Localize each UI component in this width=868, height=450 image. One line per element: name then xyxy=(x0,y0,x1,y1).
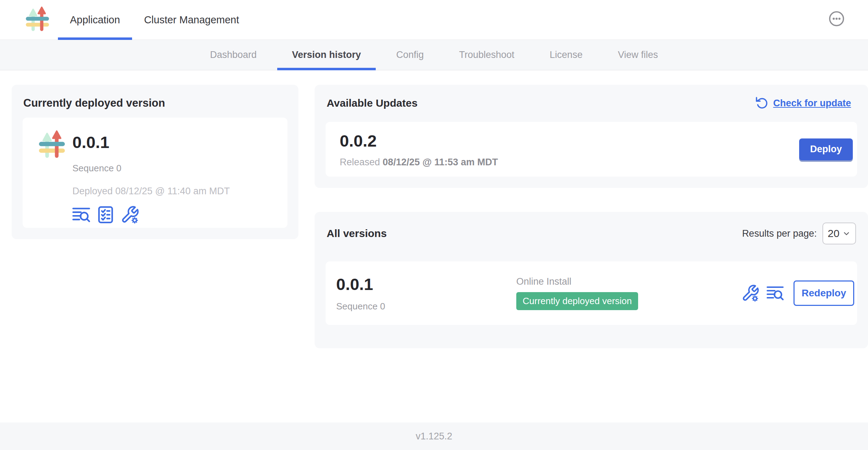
update-version-number: 0.0.2 xyxy=(340,131,498,150)
chevron-down-icon xyxy=(842,229,851,238)
available-update-row: 0.0.2 Released 08/12/25 @ 11:53 am MDT D… xyxy=(326,122,857,177)
top-tab-application[interactable]: Application xyxy=(58,0,132,40)
top-tab-cluster-management[interactable]: Cluster Management xyxy=(132,0,251,40)
deployed-sequence-label: Sequence 0 xyxy=(72,163,121,174)
tab-view-files[interactable]: View files xyxy=(600,40,676,70)
released-timestamp: 08/12/25 @ 11:53 am MDT xyxy=(383,157,498,167)
currently-deployed-badge: Currently deployed version xyxy=(516,292,638,310)
update-released-label: Released 08/12/25 @ 11:53 am MDT xyxy=(340,157,498,168)
refresh-ccw-icon xyxy=(755,96,769,110)
deployed-date-label: Deployed 08/12/25 @ 11:40 am MDT xyxy=(72,186,230,197)
available-updates-title: Available Updates xyxy=(327,97,417,109)
top-tab-cluster-management-label: Cluster Management xyxy=(144,14,239,26)
top-nav-tabs: Application Cluster Management xyxy=(58,0,251,40)
config-wrench-icon[interactable] xyxy=(741,284,760,302)
deployed-version-number: 0.0.1 xyxy=(72,132,109,152)
currently-deployed-version-panel: 0.0.1 Sequence 0 Deployed 08/12/25 @ 11:… xyxy=(23,118,287,228)
app-logo-icon xyxy=(23,4,52,35)
deploy-button[interactable]: Deploy xyxy=(799,138,853,160)
tab-dashboard[interactable]: Dashboard xyxy=(192,40,274,70)
config-wrench-icon[interactable] xyxy=(120,205,139,224)
tab-config-label: Config xyxy=(396,49,424,60)
version-row-status: Online Install Currently deployed versio… xyxy=(516,276,638,310)
row-version-number: 0.0.1 xyxy=(336,274,516,294)
preflight-checks-icon[interactable] xyxy=(96,205,115,224)
available-updates-header: Available Updates Check for update xyxy=(315,85,868,110)
tab-dashboard-label: Dashboard xyxy=(210,49,257,60)
results-per-page-label: Results per page: xyxy=(742,228,817,239)
tab-view-files-label: View files xyxy=(618,49,658,60)
check-for-update-label: Check for update xyxy=(773,98,851,109)
results-per-page-value: 20 xyxy=(828,227,839,239)
check-for-update-link[interactable]: Check for update xyxy=(755,96,851,110)
all-versions-card: All versions Results per page: 20 0.0.1 … xyxy=(315,212,868,348)
console-version-label: v1.125.2 xyxy=(416,431,452,442)
update-info: 0.0.2 Released 08/12/25 @ 11:53 am MDT xyxy=(340,131,498,168)
release-diff-icon[interactable] xyxy=(766,284,784,302)
app-sub-nav: Dashboard Version history Config Trouble… xyxy=(0,40,868,70)
tab-version-history[interactable]: Version history xyxy=(274,40,379,70)
results-per-page: Results per page: 20 xyxy=(742,223,856,244)
released-prefix: Released xyxy=(340,157,380,167)
tab-license-label: License xyxy=(550,49,583,60)
top-nav-bar: Application Cluster Management xyxy=(0,0,868,40)
tab-troubleshoot[interactable]: Troubleshoot xyxy=(441,40,532,70)
results-per-page-select[interactable]: 20 xyxy=(822,223,856,244)
app-logo-icon xyxy=(35,128,69,163)
version-row: 0.0.1 Sequence 0 Online Install Currentl… xyxy=(326,261,857,325)
deployed-version-actions xyxy=(72,205,139,224)
version-row-info: 0.0.1 Sequence 0 xyxy=(336,274,516,312)
redeploy-button[interactable]: Redeploy xyxy=(793,280,854,306)
all-versions-title: All versions xyxy=(327,227,387,239)
footer: v1.125.2 xyxy=(0,422,868,450)
tab-version-history-label: Version history xyxy=(292,49,361,60)
tab-license[interactable]: License xyxy=(532,40,600,70)
release-diff-icon[interactable] xyxy=(72,205,91,224)
currently-deployed-card: Currently deployed version 0.0.1 Sequenc… xyxy=(12,85,298,239)
row-sequence-label: Sequence 0 xyxy=(336,301,516,312)
version-row-actions: Redeploy xyxy=(741,280,854,306)
tab-troubleshoot-label: Troubleshoot xyxy=(459,49,515,60)
tab-config[interactable]: Config xyxy=(379,40,441,70)
install-type-label: Online Install xyxy=(516,276,571,287)
all-versions-header: All versions Results per page: 20 xyxy=(315,212,868,244)
ellipsis-menu-icon[interactable] xyxy=(828,11,845,27)
available-updates-card: Available Updates Check for update 0.0.2… xyxy=(315,85,868,188)
top-tab-application-label: Application xyxy=(70,14,120,26)
currently-deployed-title: Currently deployed version xyxy=(23,97,287,109)
